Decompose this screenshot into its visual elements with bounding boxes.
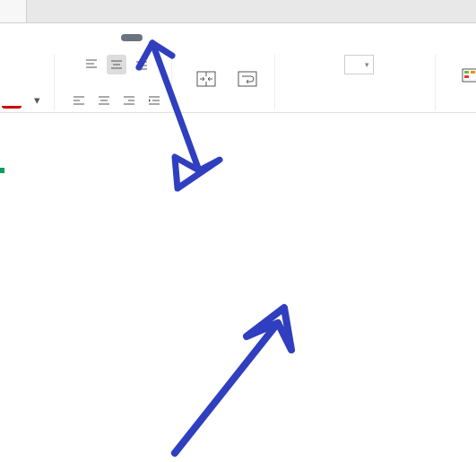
ribbon-toolbar: ▾ ▾	[0, 52, 476, 113]
selection-box	[0, 169, 4, 172]
spreadsheet-grid[interactable]	[0, 151, 476, 169]
percent-button[interactable]	[318, 92, 342, 110]
window-tabbar	[0, 0, 476, 23]
align-right-button[interactable]	[119, 91, 139, 110]
tab-formulas[interactable]	[186, 34, 207, 41]
svg-rect-28	[464, 75, 469, 78]
column-headers	[0, 151, 476, 169]
decrease-decimal-button[interactable]	[404, 92, 428, 110]
align-bottom-button[interactable]	[132, 55, 151, 74]
align-left-button[interactable]	[69, 91, 89, 110]
tab-view-partial[interactable]	[250, 34, 272, 41]
align-center-button[interactable]	[94, 91, 114, 110]
conditional-format-button[interactable]	[450, 55, 476, 103]
caret-down-icon: ▾	[365, 60, 369, 69]
comma-button[interactable]	[347, 92, 370, 110]
cond-format-icon	[461, 67, 476, 88]
tab-insert[interactable]	[143, 34, 164, 41]
tab-data[interactable]	[207, 34, 229, 41]
number-format-select[interactable]: ▾	[344, 55, 374, 74]
font-color-button[interactable]	[2, 92, 22, 109]
merge-center-button[interactable]	[186, 58, 226, 107]
currency-button[interactable]	[290, 92, 313, 110]
annotation-arrow-2	[157, 301, 318, 462]
tab-stub	[0, 0, 27, 22]
svg-rect-27	[471, 71, 475, 74]
tab-page-layout[interactable]	[164, 34, 186, 41]
tab-add-button[interactable]	[27, 0, 52, 23]
tab-review[interactable]	[229, 34, 250, 41]
font-color-caret[interactable]: ▾	[27, 91, 47, 110]
font-shrink-button[interactable]	[27, 55, 47, 74]
wrap-text-button[interactable]	[228, 58, 267, 107]
increase-decimal-button[interactable]	[376, 92, 399, 110]
tab-start[interactable]	[121, 34, 143, 41]
align-middle-button[interactable]	[107, 55, 126, 74]
merge-icon	[196, 71, 216, 92]
ribbon-tabs	[0, 23, 476, 52]
align-top-button[interactable]	[82, 55, 101, 74]
indent-button[interactable]	[144, 91, 164, 110]
font-grow-button[interactable]	[2, 55, 22, 74]
svg-rect-26	[464, 71, 469, 74]
wrap-icon	[238, 71, 257, 92]
